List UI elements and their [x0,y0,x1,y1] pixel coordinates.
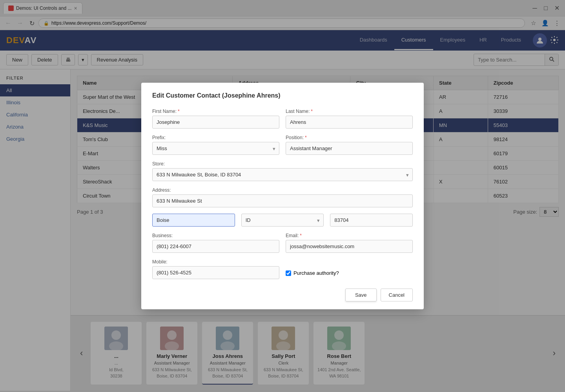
form-group-business: Business: [152,233,279,253]
purchase-authority-row: Purchase authority? [286,270,413,276]
form-row-city-state-zip: ALAKAZAR CACOCTDE FLGAHIID IL [152,214,413,227]
position-input[interactable] [286,142,413,155]
mobile-label: Mobile: [152,259,279,265]
address-label: Address: [152,187,413,193]
form-group-address: Address: [152,187,413,207]
position-label: Position: * [286,135,413,140]
form-row-mobile-purchase: Mobile: Purchase authority? [152,259,413,279]
form-group-store: Store: 633 N Milwaukee St, Boise, ID 837… [152,161,413,181]
required-star: * [178,109,180,114]
zip-input[interactable] [330,214,413,227]
prefix-label: Prefix: [152,135,279,140]
prefix-select-wrapper: Mr Mrs Miss Dr [152,142,279,155]
form-group-purchase-authority: Purchase authority? [286,259,413,279]
store-label: Store: [152,161,413,167]
email-input[interactable] [286,240,413,253]
form-group-position: Position: * [286,135,413,155]
dialog-footer: Save Cancel [152,289,413,301]
email-label: Email: * [286,233,413,238]
form-group-prefix: Prefix: Mr Mrs Miss Dr [152,135,279,155]
edit-customer-dialog: Edit Customer Contact (Josephine Ahrens)… [141,83,424,309]
store-select[interactable]: 633 N Milwaukee St, Boise, ID 83704 [152,168,413,181]
form-group-zip [330,214,413,227]
form-row-address: Address: [152,187,413,207]
mobile-input[interactable] [152,266,279,279]
state-select[interactable]: ALAKAZAR CACOCTDE FLGAHIID IL [241,214,324,227]
form-row-name: First Name: * Last Name: * [152,109,413,129]
purchase-authority-label[interactable]: Purchase authority? [293,270,339,276]
prefix-select[interactable]: Mr Mrs Miss Dr [152,142,279,155]
state-select-wrapper: ALAKAZAR CACOCTDE FLGAHIID IL [241,214,324,227]
required-star-3: * [305,135,307,140]
form-group-state: ALAKAZAR CACOCTDE FLGAHIID IL [241,214,324,227]
city-input[interactable] [152,214,235,227]
dialog-title: Edit Customer Contact (Josephine Ahrens) [152,92,413,99]
form-group-mobile: Mobile: [152,259,279,279]
business-label: Business: [152,233,279,238]
cancel-button[interactable]: Cancel [381,289,413,301]
form-row-prefix-position: Prefix: Mr Mrs Miss Dr Position: * [152,135,413,155]
form-group-city [152,214,235,227]
form-group-last-name: Last Name: * [286,109,413,129]
business-input[interactable] [152,240,279,253]
save-button[interactable]: Save [345,289,377,301]
dialog-overlay: Edit Customer Contact (Josephine Ahrens)… [0,0,565,391]
required-star-2: * [311,109,313,114]
last-name-input[interactable] [286,116,413,129]
form-row-store: Store: 633 N Milwaukee St, Boise, ID 837… [152,161,413,181]
form-group-first-name: First Name: * [152,109,279,129]
first-name-label: First Name: * [152,109,279,114]
first-name-input[interactable] [152,116,279,129]
store-select-wrapper: 633 N Milwaukee St, Boise, ID 83704 [152,168,413,181]
required-star-4: * [300,233,302,238]
address-input[interactable] [152,194,413,207]
form-group-email: Email: * [286,233,413,253]
form-row-business-email: Business: Email: * [152,233,413,253]
last-name-label: Last Name: * [286,109,413,114]
purchase-authority-checkbox[interactable] [286,270,291,276]
